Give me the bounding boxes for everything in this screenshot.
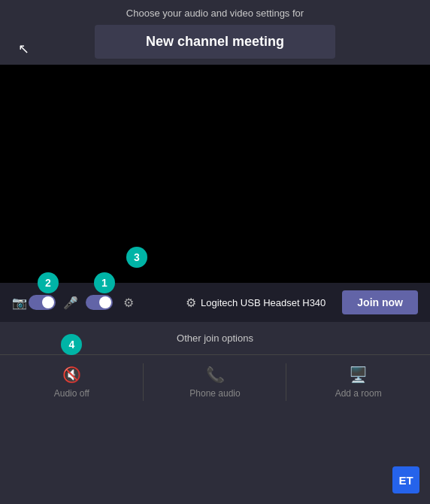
phone-audio-option[interactable]: 📞 Phone audio xyxy=(144,355,287,409)
audio-off-icon: 🔇 xyxy=(62,366,81,384)
device-label: Logitech USB Headset H340 xyxy=(201,297,326,308)
join-now-button[interactable]: Join now xyxy=(342,290,418,314)
camera-control[interactable]: 📷 xyxy=(12,295,56,310)
add-a-room-option[interactable]: 🖥️ Add a room xyxy=(286,355,430,409)
other-options-row: 4 🔇 Audio off 📞 Phone audio 🖥️ Add a roo… xyxy=(0,354,430,409)
gear-icon[interactable]: ⚙ xyxy=(186,296,196,310)
audio-off-label: Audio off xyxy=(54,388,89,399)
audio-off-option[interactable]: 4 🔇 Audio off xyxy=(0,355,144,409)
phone-audio-icon: 📞 xyxy=(206,366,225,384)
device-section: ⚙ Logitech USB Headset H340 xyxy=(186,296,326,310)
video-preview xyxy=(0,65,430,283)
camera-toggle[interactable] xyxy=(29,295,56,310)
camera-icon: 📷 xyxy=(12,296,27,310)
mic-icon: 🎤 xyxy=(63,296,78,310)
add-room-icon: 🖥️ xyxy=(349,366,368,384)
badge-4: 4 xyxy=(61,334,82,355)
add-room-label: Add a room xyxy=(335,388,382,399)
et-logo: ET xyxy=(392,466,419,493)
effects-icon[interactable]: ⚙ xyxy=(123,296,134,310)
other-join-options-section: Other join options 4 🔇 Audio off 📞 Phone… xyxy=(0,322,430,409)
mic-toggle[interactable] xyxy=(86,295,113,310)
badge-3: 3 xyxy=(126,247,147,268)
controls-bar: 3 📷 2 🎤 1 ⚙ ⚙ Logitech USB Headset H340 … xyxy=(0,283,430,322)
badge-2: 2 xyxy=(38,272,59,293)
header-subtitle: Choose your audio and video settings for xyxy=(126,8,304,19)
header: Choose your audio and video settings for… xyxy=(0,0,430,65)
meeting-title: New channel meeting xyxy=(95,25,335,59)
phone-audio-label: Phone audio xyxy=(189,388,240,399)
badge-1: 1 xyxy=(94,272,115,293)
